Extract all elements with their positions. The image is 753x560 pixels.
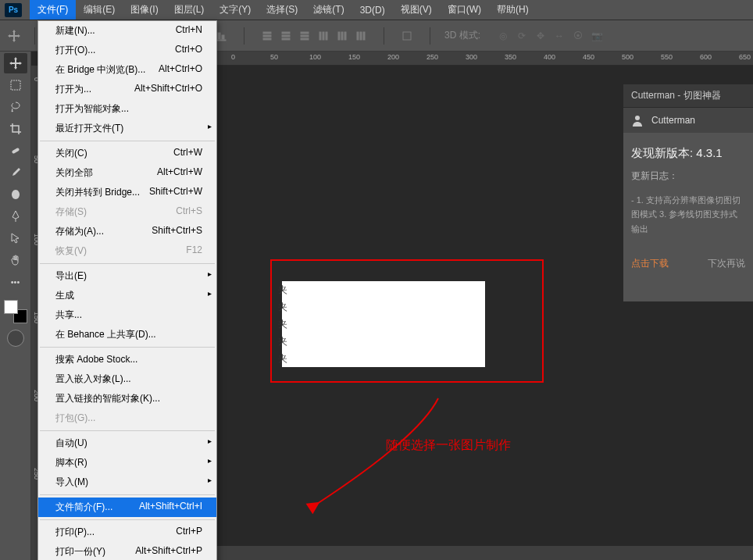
menu-item[interactable]: 最近打开文件(T) — [38, 119, 216, 138]
menu-item-label: 恢复(V) — [55, 244, 87, 258]
more-icon[interactable] — [398, 27, 416, 45]
menu-view[interactable]: 视图(V) — [393, 0, 440, 20]
ruler-tick: 250 — [426, 53, 438, 61]
ruler-tick: 550 — [661, 53, 673, 61]
menu-item[interactable]: 脚本(R) — [38, 453, 216, 473]
3d-mode-label: 3D 模式: — [444, 29, 480, 42]
menu-item[interactable]: 在 Bridge 中浏览(B)...Alt+Ctrl+O — [38, 60, 216, 80]
menu-item[interactable]: 打开为智能对象... — [38, 99, 216, 119]
panel-name: Cutterman — [651, 115, 695, 126]
menu-item[interactable]: 导出(E) — [38, 266, 216, 286]
healing-tool[interactable] — [4, 141, 27, 161]
menu-item-shortcut: Ctrl+N — [176, 24, 202, 37]
menu-image[interactable]: 图像(I) — [123, 0, 166, 20]
color-swatch[interactable] — [4, 300, 27, 323]
menu-item[interactable]: 关闭全部Alt+Ctrl+W — [38, 163, 216, 183]
menu-item-label: 文件简介(F)... — [55, 501, 112, 514]
menu-item-shortcut: Alt+Shift+Ctrl+I — [139, 501, 202, 514]
svg-rect-18 — [263, 32, 271, 34]
quick-mask-icon[interactable] — [7, 330, 24, 347]
menu-item-shortcut: Alt+Ctrl+W — [157, 166, 202, 180]
menu-item-label: 置入链接的智能对象(K)... — [55, 392, 160, 405]
menu-item[interactable]: 打开(O)...Ctrl+O — [38, 41, 216, 60]
menu-item[interactable]: 存储为(A)...Shift+Ctrl+S — [38, 222, 216, 241]
menu-item[interactable]: 生成 — [38, 286, 216, 305]
menu-separator — [40, 430, 215, 431]
gradient-tool[interactable] — [4, 184, 27, 205]
ruler-tick: 400 — [544, 53, 555, 61]
ruler-tick: 200 — [387, 53, 399, 61]
menu-item-label: 自动(U) — [55, 437, 87, 450]
download-link[interactable]: 点击下载 — [631, 257, 669, 270]
menu-edit[interactable]: 编辑(E) — [76, 0, 123, 20]
more-tools[interactable]: ••• — [4, 272, 27, 292]
3d-pan-icon[interactable]: ✥ — [532, 27, 549, 45]
brush-tool[interactable] — [4, 162, 27, 183]
cutterman-panel: Cutterman - 切图神器 Cutterman 发现新版本: 4.3.1 … — [623, 84, 753, 301]
menu-item-shortcut: Ctrl+O — [175, 44, 202, 57]
annotation-text: 随便选择一张图片制作 — [386, 437, 511, 454]
menu-item[interactable]: 共享... — [38, 305, 216, 325]
dist-bottom-icon[interactable] — [296, 27, 313, 45]
crop-tool[interactable] — [4, 119, 27, 139]
menu-item-label: 导入(M) — [55, 476, 88, 489]
menu-file[interactable]: 文件(F) — [30, 0, 76, 20]
3d-cam-icon[interactable]: 📷 — [588, 27, 605, 45]
separator — [34, 27, 35, 45]
menu-item-shortcut: Ctrl+P — [176, 526, 202, 539]
menu-item[interactable]: 搜索 Adobe Stock... — [38, 350, 216, 369]
menu-item[interactable]: 关闭并转到 Bridge...Shift+Ctrl+W — [38, 183, 216, 202]
move-tool[interactable] — [4, 53, 27, 73]
menu-item-label: 脚本(R) — [55, 456, 87, 469]
menu-item-label: 关闭全部 — [55, 166, 93, 180]
menu-item[interactable]: 文件简介(F)...Alt+Shift+Ctrl+I — [38, 498, 216, 517]
menu-item[interactable]: 新建(N)...Ctrl+N — [38, 21, 216, 41]
path-select-tool[interactable] — [4, 228, 27, 248]
3d-slide-icon[interactable]: ↔ — [551, 27, 568, 45]
3d-roll-icon[interactable]: ⟳ — [513, 27, 530, 45]
marquee-tool[interactable] — [4, 75, 27, 95]
3d-zoom-icon[interactable]: ⦿ — [569, 27, 587, 45]
dist-left-icon[interactable] — [315, 27, 332, 45]
menu-select[interactable]: 选择(S) — [259, 0, 305, 20]
menu-item[interactable]: 打印(P)...Ctrl+P — [38, 523, 216, 542]
menu-type[interactable]: 文字(Y) — [212, 0, 259, 20]
menu-filter[interactable]: 滤镜(T) — [305, 0, 352, 20]
dist-v-icon[interactable] — [277, 27, 294, 45]
dist-right-icon[interactable] — [352, 27, 369, 45]
menu-item[interactable]: 自动(U) — [38, 433, 216, 453]
menu-item-shortcut: Alt+Shift+Ctrl+O — [134, 83, 202, 96]
menu-separator — [40, 263, 215, 264]
panel-tab[interactable]: Cutterman - 切图神器 — [623, 84, 753, 108]
hand-tool[interactable] — [4, 250, 27, 270]
menu-item-label: 共享... — [55, 309, 82, 322]
svg-rect-16 — [218, 33, 220, 39]
later-link[interactable]: 下次再说 — [708, 257, 745, 270]
menu-item-label: 打印一份(Y) — [55, 545, 105, 558]
lasso-tool[interactable] — [4, 97, 27, 117]
ruler-tick: 50 — [270, 53, 278, 61]
3d-orbit-icon[interactable]: ◎ — [494, 27, 512, 45]
dist-h-icon[interactable] — [334, 27, 351, 45]
svg-rect-21 — [282, 32, 290, 34]
menu-item[interactable]: 置入嵌入对象(L)... — [38, 369, 216, 389]
menu-layer[interactable]: 图层(L) — [166, 0, 212, 20]
menu-item-label: 存储(S) — [55, 205, 87, 219]
menu-help[interactable]: 帮助(H) — [489, 0, 537, 20]
menu-item[interactable]: 导入(M) — [38, 473, 216, 492]
menu-3d[interactable]: 3D(D) — [352, 2, 393, 19]
ruler-tick: 600 — [700, 53, 712, 61]
menu-item: 恢复(V)F12 — [38, 241, 216, 261]
menu-item-label: 在 Behance 上共享(D)... — [55, 328, 156, 341]
menu-item[interactable]: 打印一份(Y)Alt+Shift+Ctrl+P — [38, 542, 216, 560]
ruler-tick: 150 — [348, 53, 360, 61]
menu-item[interactable]: 在 Behance 上共享(D)... — [38, 325, 216, 344]
menu-item[interactable]: 关闭(C)Ctrl+W — [38, 144, 216, 163]
pen-tool[interactable] — [4, 206, 27, 226]
dist-top-icon[interactable] — [259, 27, 276, 45]
menu-item[interactable]: 置入链接的智能对象(K)... — [38, 389, 216, 408]
svg-rect-34 — [360, 32, 362, 40]
svg-rect-27 — [319, 32, 321, 40]
menu-item[interactable]: 打开为...Alt+Shift+Ctrl+O — [38, 80, 216, 99]
menu-window[interactable]: 窗口(W) — [440, 0, 489, 20]
